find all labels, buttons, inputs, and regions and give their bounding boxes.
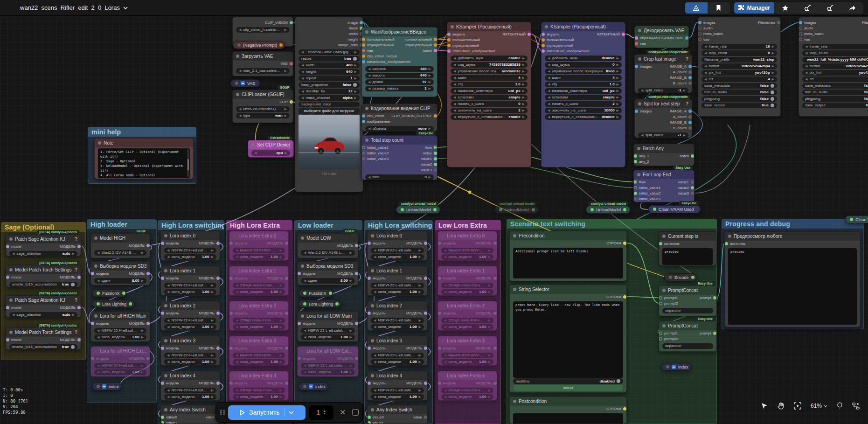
output-slot-image[interactable]: image [347, 20, 363, 25]
widget-название_сэмплера[interactable]: ◀название_сэмплераuni_pc▶ [451, 88, 528, 94]
output-slot-МОДЕЛЬ[interactable]: МОДЕЛЬ [60, 337, 81, 342]
node-encode[interactable]: Encode [664, 273, 697, 281]
increment-arrow-icon[interactable]: ▶ [211, 284, 214, 287]
input-slot[interactable] [401, 208, 404, 211]
reroute-dot[interactable] [468, 191, 472, 194]
decrement-arrow-icon[interactable]: ◀ [374, 354, 376, 357]
node-lora-index-0-l[interactable]: Lora index 0модельМОДЕЛЬ◀NSFW-22-L-e8.sa… [367, 231, 428, 261]
toggle-dot[interactable] [71, 283, 75, 286]
node-ksampler-advanced-1[interactable]: KSampler (Расширенный)модельположительны… [447, 22, 531, 167]
node-lora-all-high-main[interactable]: Lora for all HIGH MainмодельМОДЕЛЬ◀NSFW-… [90, 311, 150, 342]
widget-сид_шума[interactable]: ◀сид_шума745307863285839▶ [451, 62, 528, 68]
widget-umt5-xxl-encoder-Q5 ...[interactable]: ◀umt5-xxl-encoder-Q5 ...▶ [236, 106, 290, 112]
increment-arrow-icon[interactable]: ▶ [772, 45, 774, 49]
decrement-arrow-icon[interactable]: ◀ [236, 354, 238, 357]
output-slot-IMAGE_A[interactable]: IMAGE_A [670, 63, 692, 69]
output-slot-МОДЕЛЬ[interactable]: МОДЕЛЬ [267, 310, 288, 316]
node-titlebar[interactable]: Precondition [510, 231, 626, 240]
increment-arrow-icon[interactable]: ▶ [280, 360, 282, 364]
node-titlebar[interactable]: Model Patch Torch Settings? [6, 328, 81, 337]
increment-arrow-icon[interactable]: ▶ [772, 64, 774, 68]
increment-arrow-icon[interactable]: ▶ [429, 87, 431, 90]
node-titlebar[interactable]: Lora index 2 [161, 301, 220, 310]
widget-NSFW-22-H-e8.safet ...[interactable]: ◀NSFW-22-H-e8.safet ...▶ [164, 353, 216, 359]
node-lora-index-1-l[interactable]: Lora index 1модельМОДЕЛЬ◀NSFW-22-L-e8.sa… [367, 266, 428, 296]
widget-cpu[interactable]: ◀cpu▶ [251, 150, 290, 156]
output-slot-IMAGE_B[interactable]: IMAGE_B [670, 75, 692, 80]
decrement-arrow-icon[interactable]: ◀ [548, 109, 550, 112]
output-slot-МОДЕЛЬ[interactable]: МОДЕЛЬ [199, 380, 220, 386]
increment-arrow-icon[interactable]: ▶ [522, 63, 525, 67]
node-titlebar[interactable]: WanИзображениеВВидео [362, 28, 437, 36]
input-slot-value0[interactable]: value0 [368, 414, 384, 420]
input-slot-model[interactable]: model [6, 305, 21, 310]
pan-tool-button[interactable] [777, 402, 785, 410]
input-slot-латентное_изображение[interactable]: латентное_изображение [447, 48, 495, 54]
decrement-arrow-icon[interactable]: ◀ [548, 83, 550, 86]
decrement-arrow-icon[interactable]: ◀ [453, 56, 456, 60]
increment-arrow-icon[interactable]: ▶ [354, 50, 357, 54]
input-slot-model[interactable]: model [6, 243, 21, 249]
output-slot-value1[interactable]: value1 [678, 179, 694, 185]
widget-сила_модели[interactable]: ◀сила_модели1.00▶ [233, 359, 285, 365]
node-lora-index-0-h[interactable]: Lora index 0модельМОДЕЛЬ◀NSFW-22-H-e8.sa… [160, 231, 220, 261]
text-widget[interactable] [513, 413, 623, 424]
input-slot-положительный[interactable]: положительный [447, 37, 480, 42]
output-slot-B_count[interactable]: B_count [673, 80, 692, 86]
input-slot[interactable] [97, 292, 100, 295]
node-titlebar[interactable]: Lora index Extra 2 [438, 301, 497, 310]
decrement-arrow-icon[interactable]: ◀ [301, 96, 304, 100]
decrement-arrow-icon[interactable]: ◀ [167, 325, 169, 329]
output-slot-МОДЕЛЬ[interactable]: МОДЕЛЬ [476, 345, 497, 351]
node-set-clip-device[interactable]: Set CLIP Device◀cpu▶ExtraModels [248, 140, 294, 158]
increment-arrow-icon[interactable]: ▶ [419, 389, 421, 392]
node-current-step-is[interactable]: Current step isисточникpreview [659, 231, 716, 266]
decrement-arrow-icon[interactable]: ◀ [374, 319, 376, 322]
widget-split_index[interactable]: ◀split_index-1▶ [638, 88, 688, 94]
widget-начать_с_шага[interactable]: ◀начать_с_шага0▶ [451, 101, 528, 107]
decrement-arrow-icon[interactable]: ◀ [374, 255, 376, 259]
output-slot-МОДЕЛЬ[interactable]: МОДЕЛЬ [129, 355, 150, 361]
node-titlebar[interactable]: Lora index 3 [368, 336, 427, 345]
input-slot-meta_batch[interactable]: meta_batch [698, 31, 723, 36]
node-note[interactable]: Note1. Force/Set CLIP - Optional (Experi… [94, 138, 194, 179]
output-slot-МОДЕЛЬ[interactable]: МОДЕЛЬ [60, 305, 81, 310]
node-titlebar[interactable]: Lora index Extra 3 [229, 336, 288, 345]
input-slot-model[interactable]: model [6, 274, 21, 280]
decrement-arrow-icon[interactable]: ◀ [304, 335, 306, 339]
output-slot-value3[interactable]: value3 [421, 167, 437, 173]
widget-sage_attention[interactable]: ◀sage_attentionauto▶ [9, 312, 77, 318]
node-lora-all-low-main[interactable]: Lora for all LOW MainмодельМОДЕЛЬ◀NSFW-2… [297, 311, 359, 342]
collapse-dot-icon[interactable] [513, 400, 516, 403]
input-slot[interactable] [653, 208, 656, 211]
node-titlebar[interactable]: Lora index Extra 0 [438, 231, 497, 240]
output-slot-МОДЕЛЬ[interactable]: МОДЕЛЬ [199, 310, 220, 316]
increment-arrow-icon[interactable]: ▶ [617, 56, 619, 60]
widget-NSFW-22-L-e8.safet ...[interactable]: ◀NSFW-22-L-e8.safet ...▶ [371, 248, 424, 254]
decrement-arrow-icon[interactable]: ◀ [444, 354, 446, 357]
increment-arrow-icon[interactable]: ▶ [350, 279, 352, 283]
increment-arrow-icon[interactable]: ▶ [354, 90, 357, 93]
widget-separator[interactable]: separator [662, 308, 713, 314]
input-slot-отрицательный[interactable]: отрицательный [542, 42, 573, 48]
node-titlebar[interactable]: Lora index 1 [161, 266, 220, 275]
input-slot-flow[interactable]: flow [634, 179, 646, 185]
node-model-high[interactable]: Model HIGHМОДЕЛЬ◀Wan2.2-I2V-A14B-Hi ...▶… [90, 233, 150, 258]
node-titlebar[interactable]: Current step is [659, 232, 716, 241]
widget-trim_to_audio[interactable]: trim_to_audiofalse [701, 90, 777, 96]
widget-вернуться_с_оставшимся_ ...[interactable]: ◀вернуться_с_оставшимся_ ...disable▶ [545, 114, 622, 120]
increment-arrow-icon[interactable]: ▶ [211, 325, 214, 329]
clear-queue-button[interactable]: ✕ [337, 408, 348, 417]
decrement-arrow-icon[interactable]: ◀ [236, 389, 238, 392]
widget-NSFW-22-H-e8.safet ...[interactable]: ◀NSFW-22-H-e8.safet ...▶ [94, 328, 146, 334]
node-titlebar[interactable]: Crop last image? [635, 55, 692, 63]
input-slot-audio[interactable]: audio [698, 25, 713, 31]
widget-trim_to_audio[interactable]: trim_to_audiofalse [802, 90, 868, 96]
input-slot-модель[interactable]: модель [368, 345, 385, 351]
collapse-dot-icon[interactable] [9, 331, 13, 334]
output-slot-МОДЕЛЬ[interactable]: МОДЕЛЬ [337, 355, 358, 361]
widget-resize[interactable]: resizetrue [299, 56, 360, 62]
input-slot-meta_batch[interactable]: meta_batch [799, 31, 824, 36]
increment-arrow-icon[interactable]: ▶ [285, 107, 287, 111]
node-batch-any[interactable]: Batch Anyany_1any_2batch [633, 144, 694, 166]
